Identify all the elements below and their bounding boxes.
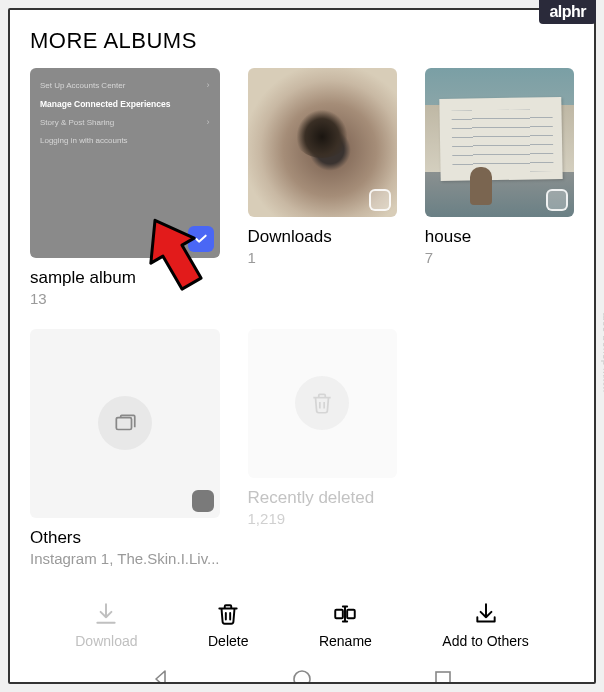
nav-bar (30, 653, 574, 684)
album-count: Instagram 1, The.Skin.I.Liv... (30, 550, 220, 567)
home-button[interactable] (290, 667, 314, 684)
album-grid: Set Up Accounts Center› Manage Connected… (30, 68, 574, 567)
rename-label: Rename (319, 633, 372, 649)
album-count: 1,219 (248, 510, 397, 527)
album-title: Downloads (248, 227, 397, 247)
album-item[interactable]: house 7 (425, 68, 574, 307)
album-count: 1 (248, 249, 397, 266)
download-button[interactable]: Download (65, 597, 147, 653)
screen-frame: MORE ALBUMS Set Up Accounts Center› Mana… (8, 8, 596, 684)
checkmark-icon[interactable] (188, 226, 214, 252)
svg-point-3 (294, 671, 310, 684)
album-item[interactable]: Recently deleted 1,219 (248, 329, 397, 568)
album-thumbnail (248, 329, 397, 478)
brand-badge: alphr (539, 0, 596, 24)
checkbox-icon[interactable] (192, 490, 214, 512)
add-to-others-label: Add to Others (442, 633, 528, 649)
album-count: 7 (425, 249, 574, 266)
svg-rect-4 (436, 672, 450, 684)
album-item[interactable]: Others Instagram 1, The.Skin.I.Liv... (30, 329, 220, 568)
trash-icon (295, 376, 349, 430)
svg-rect-1 (336, 610, 344, 619)
album-item[interactable]: Downloads 1 (248, 68, 397, 307)
watermark: www.deuaq.com (601, 312, 605, 392)
album-title: Others (30, 528, 220, 548)
svg-rect-2 (348, 610, 356, 619)
album-title: house (425, 227, 574, 247)
svg-rect-0 (116, 418, 131, 430)
back-button[interactable] (149, 667, 173, 684)
delete-label: Delete (208, 633, 248, 649)
album-thumbnail (248, 68, 397, 217)
album-title: Recently deleted (248, 488, 397, 508)
download-label: Download (75, 633, 137, 649)
rename-button[interactable]: Rename (309, 597, 382, 653)
add-to-others-button[interactable]: Add to Others (432, 597, 538, 653)
page-title: MORE ALBUMS (30, 28, 574, 54)
recents-button[interactable] (431, 667, 455, 684)
delete-button[interactable]: Delete (198, 597, 258, 653)
album-item[interactable]: Set Up Accounts Center› Manage Connected… (30, 68, 220, 307)
album-title: sample album (30, 268, 220, 288)
album-thumbnail (425, 68, 574, 217)
album-count: 13 (30, 290, 220, 307)
folder-icon (98, 396, 152, 450)
checkbox-icon[interactable] (369, 189, 391, 211)
checkbox-icon[interactable] (546, 189, 568, 211)
album-thumbnail (30, 329, 220, 519)
action-toolbar: Download Delete Rename Add to Others (30, 587, 574, 653)
album-thumbnail: Set Up Accounts Center› Manage Connected… (30, 68, 220, 258)
